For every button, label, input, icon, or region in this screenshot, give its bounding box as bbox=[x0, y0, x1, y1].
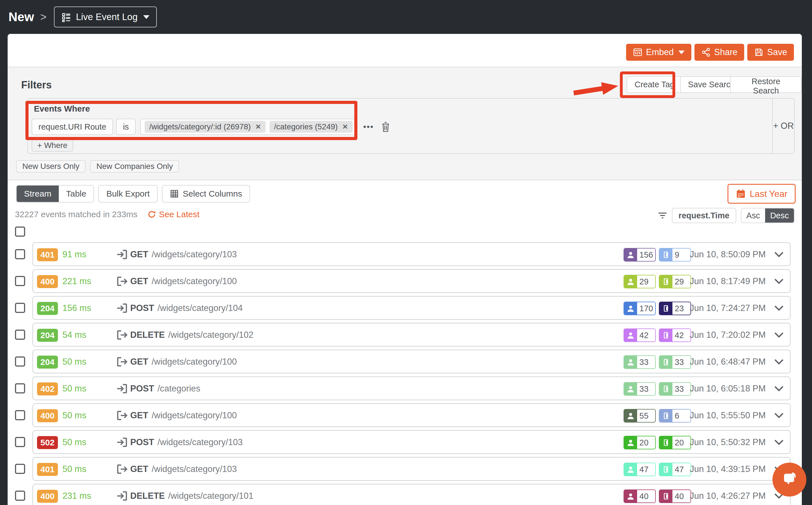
remove-tag-icon[interactable]: ✕ bbox=[256, 123, 261, 131]
company-count-badge[interactable]: 40 bbox=[659, 489, 691, 503]
row-checkbox[interactable] bbox=[15, 464, 25, 474]
user-count: 42 bbox=[637, 329, 655, 341]
event-row-card[interactable]: 402 50 ms POST/categories bbox=[32, 376, 791, 400]
event-row-card[interactable]: 204 156 ms POST/widgets/category/104 bbox=[32, 296, 791, 320]
restore-search-button[interactable]: Restore Search bbox=[730, 76, 802, 93]
row-checkbox[interactable] bbox=[15, 249, 25, 259]
row-checkbox[interactable] bbox=[15, 276, 25, 286]
row-checkbox[interactable] bbox=[15, 303, 25, 313]
event-row-card[interactable]: 401 91 ms GET/widgets/category/103 bbox=[32, 242, 791, 266]
event-row-card[interactable]: 400 231 ms DELETE/widgets/category/101 bbox=[32, 484, 791, 505]
select-all-checkbox[interactable] bbox=[15, 226, 25, 237]
event-row-card[interactable]: 204 50 ms GET/widgets/category/100 bbox=[32, 350, 791, 373]
new-companies-only-button[interactable]: New Companies Only bbox=[90, 160, 179, 173]
event-row-card[interactable]: 401 50 ms GET/widgets/category/103 bbox=[32, 457, 791, 481]
company-count-badge[interactable]: 9 bbox=[659, 248, 691, 262]
filter-values-box[interactable]: /widgets/category/:id (26978) ✕ /categor… bbox=[140, 119, 357, 135]
timestamp: Jun 10, 6:05:18 PM bbox=[690, 377, 766, 400]
company-count-badge[interactable]: 33 bbox=[659, 382, 691, 396]
chevron-down-icon[interactable] bbox=[774, 359, 784, 365]
company-icon bbox=[659, 437, 672, 449]
filter-operator-button[interactable]: is bbox=[116, 119, 136, 135]
user-count-badge[interactable]: 42 bbox=[624, 328, 656, 342]
status-badge: 400 bbox=[37, 409, 58, 422]
row-checkbox[interactable] bbox=[15, 491, 25, 501]
user-count-badge[interactable]: 33 bbox=[624, 355, 656, 369]
user-count-badge[interactable]: 170 bbox=[624, 302, 656, 315]
add-where-button[interactable]: + Where bbox=[32, 139, 73, 152]
company-count-badge[interactable]: 29 bbox=[659, 275, 691, 288]
add-or-button[interactable]: + OR bbox=[772, 99, 794, 153]
latency-value: 50 ms bbox=[62, 350, 86, 373]
company-count-badge[interactable]: 42 bbox=[659, 328, 691, 342]
chat-widget-button[interactable] bbox=[773, 463, 806, 497]
timestamp: Jun 10, 7:20:02 PM bbox=[690, 323, 766, 347]
timestamp: Jun 10, 5:50:32 PM bbox=[690, 431, 766, 454]
filter-field-button[interactable]: request.URI Route bbox=[32, 119, 113, 135]
row-checkbox[interactable] bbox=[15, 437, 25, 447]
http-method: GET bbox=[130, 464, 148, 474]
chevron-down-icon[interactable] bbox=[774, 278, 784, 285]
company-icon bbox=[659, 409, 672, 422]
delete-filter-button[interactable] bbox=[380, 121, 391, 133]
view-selector-button[interactable]: Live Event Log bbox=[54, 6, 157, 27]
user-count-badge[interactable]: 55 bbox=[624, 409, 656, 423]
chevron-down-icon[interactable] bbox=[774, 305, 784, 312]
sign-in-icon bbox=[116, 436, 129, 449]
tab-table[interactable]: Table bbox=[59, 186, 94, 202]
chevron-down-icon[interactable] bbox=[774, 385, 784, 392]
status-badge: 502 bbox=[37, 436, 58, 449]
more-options-icon[interactable]: ••• bbox=[363, 122, 374, 132]
sort-asc-button[interactable]: Asc bbox=[742, 208, 765, 222]
filter-value-tag[interactable]: /widgets/category/:id (26978) ✕ bbox=[145, 121, 266, 133]
event-row-card[interactable]: 204 54 ms DELETE/widgets/category/102 bbox=[32, 323, 791, 347]
see-latest-link[interactable]: See Latest bbox=[147, 209, 199, 219]
company-count-badge[interactable]: 20 bbox=[659, 436, 691, 449]
row-checkbox[interactable] bbox=[15, 410, 25, 420]
user-count-badge[interactable]: 40 bbox=[624, 489, 656, 503]
event-row-card[interactable]: 400 221 ms GET/widgets/category/100 bbox=[32, 269, 791, 293]
user-count-badge[interactable]: 47 bbox=[624, 463, 656, 476]
row-checkbox[interactable] bbox=[15, 330, 25, 340]
user-count: 55 bbox=[637, 409, 655, 422]
sort-desc-button[interactable]: Desc bbox=[765, 208, 794, 222]
company-count-badge[interactable]: 23 bbox=[659, 302, 691, 315]
row-checkbox[interactable] bbox=[15, 383, 25, 393]
user-icon bbox=[624, 437, 637, 449]
share-button[interactable]: Share bbox=[694, 44, 745, 61]
chevron-down-icon[interactable] bbox=[774, 412, 784, 419]
bulk-export-button[interactable]: Bulk Export bbox=[98, 185, 157, 202]
embed-button[interactable]: Embed bbox=[626, 44, 691, 61]
event-row: 402 50 ms POST/categories bbox=[8, 376, 802, 400]
tab-stream[interactable]: Stream bbox=[17, 186, 59, 202]
user-count-badge[interactable]: 20 bbox=[624, 436, 656, 449]
sort-field-button[interactable]: request.Time bbox=[672, 208, 736, 223]
user-count-badge[interactable]: 156 bbox=[624, 248, 656, 262]
event-row-card[interactable]: 400 50 ms GET/widgets/category/100 bbox=[32, 403, 791, 427]
remove-tag-icon[interactable]: ✕ bbox=[342, 123, 348, 131]
embed-icon bbox=[633, 47, 642, 57]
user-count-badge[interactable]: 33 bbox=[624, 382, 656, 396]
row-checkbox[interactable] bbox=[15, 356, 25, 367]
chevron-down-icon[interactable] bbox=[774, 251, 784, 258]
chevron-down-icon[interactable] bbox=[774, 332, 784, 339]
request-path: /widgets/category/103 bbox=[152, 249, 237, 259]
event-row-card[interactable]: 502 50 ms POST/widgets/category/103 bbox=[32, 430, 791, 454]
create-tag-button[interactable]: Create Tag bbox=[627, 76, 682, 93]
select-columns-button[interactable]: Select Columns bbox=[162, 185, 250, 202]
company-count-badge[interactable]: 33 bbox=[659, 355, 691, 369]
company-count-badge[interactable]: 6 bbox=[659, 409, 691, 423]
user-count-badge[interactable]: 29 bbox=[624, 275, 656, 288]
request-path: /widgets/category/100 bbox=[152, 276, 237, 286]
company-count-badge[interactable]: 47 bbox=[659, 463, 691, 476]
sign-out-icon bbox=[116, 463, 129, 476]
date-range-button[interactable]: Last Year bbox=[727, 184, 796, 204]
save-button[interactable]: Save bbox=[747, 44, 794, 61]
http-method: DELETE bbox=[130, 491, 165, 501]
sort-filter-icon[interactable] bbox=[658, 211, 667, 220]
latency-value: 50 ms bbox=[62, 377, 86, 400]
chevron-down-icon[interactable] bbox=[774, 439, 784, 446]
main-panel: Embed Share Save bbox=[8, 34, 802, 505]
filter-value-tag[interactable]: /categories (5249) ✕ bbox=[270, 121, 353, 133]
new-users-only-button[interactable]: New Users Only bbox=[16, 160, 86, 173]
